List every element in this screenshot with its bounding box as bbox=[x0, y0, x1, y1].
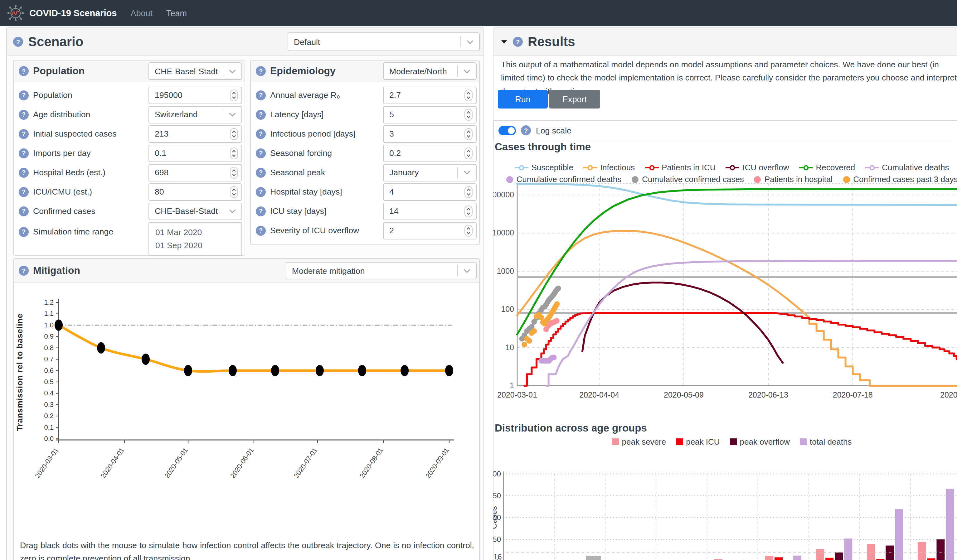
initial-cases-input[interactable]: 213 bbox=[148, 125, 242, 142]
epidemiology-preset-select[interactable]: Moderate/North bbox=[383, 62, 477, 80]
imports-input[interactable]: 0.1 bbox=[148, 144, 242, 162]
help-icon[interactable] bbox=[19, 167, 29, 177]
log-scale-toggle[interactable] bbox=[499, 126, 516, 135]
mitigation-chart[interactable]: 0.00.10.20.30.40.50.60.70.80.91.01.11.22… bbox=[14, 285, 480, 536]
mitigation-drag-dot[interactable] bbox=[358, 365, 366, 376]
help-icon[interactable] bbox=[256, 90, 266, 100]
nav-about-link[interactable]: About bbox=[130, 8, 153, 18]
help-icon[interactable] bbox=[256, 129, 266, 139]
field-label: Seasonal forcing bbox=[270, 148, 332, 158]
help-icon[interactable] bbox=[19, 129, 29, 139]
population-preset-select[interactable]: CHE-Basel-Stadt bbox=[148, 62, 242, 80]
help-icon[interactable] bbox=[19, 266, 29, 276]
field-label: Simulation time range bbox=[33, 227, 113, 237]
export-button[interactable]: Export bbox=[549, 90, 600, 109]
field-label: Annual average R₀ bbox=[270, 90, 340, 100]
svg-text:10000: 10000 bbox=[493, 228, 514, 237]
svg-text:1.1: 1.1 bbox=[44, 310, 54, 317]
hospital-stay-input[interactable]: 4 bbox=[383, 183, 477, 200]
icu-overflow-severity-input[interactable]: 2 bbox=[383, 222, 477, 239]
stepper-icon[interactable] bbox=[230, 89, 238, 101]
confirmed-cases-select[interactable]: CHE-Basel-Stadt bbox=[148, 202, 242, 220]
help-icon[interactable] bbox=[19, 148, 29, 158]
stepper-icon[interactable] bbox=[230, 166, 238, 179]
field-label: Hospital Beds (est.) bbox=[33, 168, 106, 177]
age-distribution-select[interactable]: Switzerland bbox=[148, 106, 242, 123]
help-icon[interactable] bbox=[19, 187, 29, 197]
scenario-preset-select[interactable]: Default bbox=[287, 32, 480, 51]
mitigation-drag-dot[interactable] bbox=[97, 342, 105, 353]
help-icon[interactable] bbox=[19, 109, 29, 120]
age-chart[interactable]: 025050075010000-910-1920-2930-3940-4950-… bbox=[493, 442, 957, 560]
help-icon[interactable] bbox=[19, 90, 29, 100]
scenario-title: Scenario bbox=[28, 34, 83, 49]
mitigation-drag-dot[interactable] bbox=[229, 365, 237, 376]
stepper-icon[interactable] bbox=[464, 147, 473, 159]
svg-text:0.2: 0.2 bbox=[44, 412, 54, 420]
mitigation-drag-dot[interactable] bbox=[401, 365, 409, 376]
svg-text:1.2: 1.2 bbox=[44, 298, 54, 306]
field-label: Latency [days] bbox=[270, 110, 324, 119]
help-icon[interactable] bbox=[19, 66, 29, 76]
field-label: Initial suspected cases bbox=[33, 129, 117, 139]
results-card: Results This output of a mathematical mo… bbox=[493, 27, 957, 560]
stepper-icon[interactable] bbox=[230, 147, 238, 159]
help-icon[interactable] bbox=[256, 206, 266, 216]
help-icon[interactable] bbox=[256, 226, 266, 235]
help-icon[interactable] bbox=[256, 148, 266, 158]
mitigation-card: Mitigation Moderate mitigation 0.00.10.2… bbox=[13, 258, 480, 560]
seasonal-peak-select[interactable]: January bbox=[383, 164, 477, 181]
r0-input[interactable]: 2.7 bbox=[383, 86, 477, 104]
mitigation-drag-dot[interactable] bbox=[184, 365, 192, 376]
mitigation-drag-dot[interactable] bbox=[142, 353, 150, 365]
hospital-beds-input[interactable]: 698 bbox=[148, 164, 242, 181]
help-icon[interactable] bbox=[513, 37, 523, 47]
mitigation-drag-dot[interactable] bbox=[445, 365, 453, 376]
stepper-icon[interactable] bbox=[464, 128, 473, 140]
date-range-picker[interactable]: 01 Mar 2020 01 Sep 2020 bbox=[148, 222, 242, 256]
nav-team-link[interactable]: Team bbox=[166, 8, 187, 18]
help-icon[interactable] bbox=[256, 187, 266, 197]
field-row-seasonal-peak: Seasonal peak January bbox=[256, 163, 477, 182]
seasonal-forcing-input[interactable]: 0.2 bbox=[383, 144, 477, 162]
stepper-icon[interactable] bbox=[464, 89, 473, 101]
svg-text:0.9: 0.9 bbox=[44, 332, 54, 340]
help-icon[interactable] bbox=[13, 37, 23, 47]
virus-logo-icon[interactable] bbox=[8, 5, 24, 21]
infectious-period-input[interactable]: 3 bbox=[383, 125, 477, 142]
stepper-icon[interactable] bbox=[230, 186, 238, 198]
icu-beds-input[interactable]: 80 bbox=[148, 183, 242, 200]
help-icon[interactable] bbox=[19, 206, 29, 216]
latency-input[interactable]: 5 bbox=[383, 106, 477, 123]
mitigation-drag-dot[interactable] bbox=[271, 365, 279, 376]
help-icon[interactable] bbox=[256, 109, 266, 120]
help-icon[interactable] bbox=[521, 125, 531, 135]
app-root: COVID-19 Scenarios About Team Scenario D… bbox=[0, 0, 957, 560]
svg-text:0.6: 0.6 bbox=[44, 367, 54, 374]
date-end[interactable]: 01 Sep 2020 bbox=[155, 239, 235, 252]
help-icon[interactable] bbox=[256, 167, 266, 177]
legend-item: Cumulative deaths bbox=[865, 163, 949, 172]
stepper-icon[interactable] bbox=[464, 186, 473, 198]
app-title: COVID-19 Scenarios bbox=[29, 8, 117, 18]
stepper-icon[interactable] bbox=[230, 128, 238, 140]
chevron-down-icon bbox=[464, 170, 471, 175]
mitigation-preset-select[interactable]: Moderate mitigation bbox=[286, 262, 477, 279]
date-start[interactable]: 01 Mar 2020 bbox=[155, 226, 235, 239]
mitigation-drag-dot[interactable] bbox=[55, 320, 63, 331]
run-button[interactable]: Run bbox=[498, 90, 548, 109]
stepper-icon[interactable] bbox=[464, 224, 473, 237]
svg-text:0.0: 0.0 bbox=[44, 435, 54, 442]
stepper-icon[interactable] bbox=[464, 108, 473, 121]
collapse-caret-icon[interactable] bbox=[501, 40, 507, 44]
cases-chart[interactable]: 1101001000100001000002020-03-012020-04-0… bbox=[493, 181, 957, 413]
help-icon[interactable] bbox=[256, 66, 266, 76]
help-icon[interactable] bbox=[19, 227, 29, 237]
field-row-hospital-stay: Hospital stay [days] 4 bbox=[256, 182, 477, 202]
icu-stay-input[interactable]: 14 bbox=[383, 202, 477, 220]
mitigation-drag-dot[interactable] bbox=[316, 365, 324, 376]
population-input[interactable]: 195000 bbox=[148, 86, 242, 104]
svg-text:250: 250 bbox=[493, 535, 501, 543]
stepper-icon[interactable] bbox=[464, 205, 473, 217]
epidemiology-header: Epidemiology Moderate/North bbox=[251, 60, 479, 82]
